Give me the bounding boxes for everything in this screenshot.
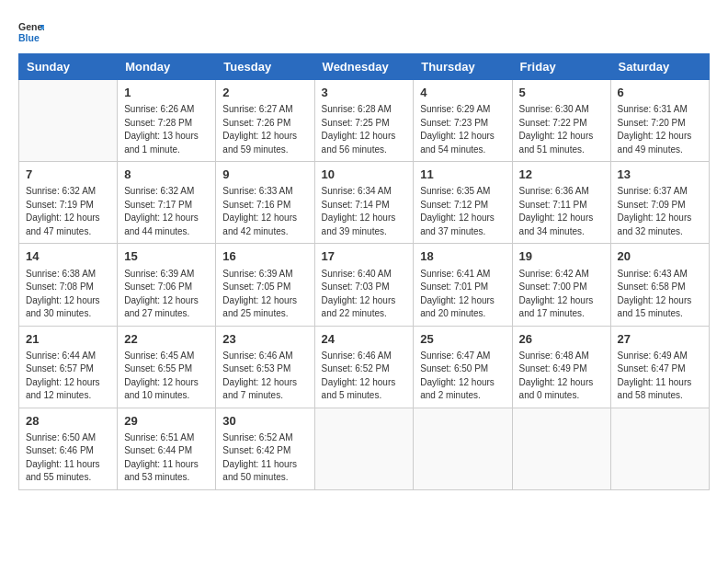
day-info: Sunrise: 6:29 AM Sunset: 7:23 PM Dayligh…	[420, 103, 505, 156]
calendar-day-cell: 25Sunrise: 6:47 AM Sunset: 6:50 PM Dayli…	[414, 326, 512, 408]
day-number: 6	[618, 85, 702, 101]
day-number: 2	[222, 85, 307, 101]
day-number: 26	[519, 331, 604, 348]
calendar-week-row: 14Sunrise: 6:38 AM Sunset: 7:08 PM Dayli…	[19, 244, 710, 326]
day-info: Sunrise: 6:32 AM Sunset: 7:17 PM Dayligh…	[124, 185, 209, 238]
calendar-week-row: 7Sunrise: 6:32 AM Sunset: 7:19 PM Daylig…	[19, 162, 710, 244]
day-number: 24	[322, 331, 407, 348]
calendar-day-cell: 3Sunrise: 6:28 AM Sunset: 7:25 PM Daylig…	[314, 80, 414, 162]
day-info: Sunrise: 6:49 AM Sunset: 6:47 PM Dayligh…	[618, 350, 702, 403]
day-info: Sunrise: 6:43 AM Sunset: 6:58 PM Dayligh…	[618, 268, 702, 321]
day-number: 3	[322, 85, 407, 101]
calendar-day-cell: 12Sunrise: 6:36 AM Sunset: 7:11 PM Dayli…	[512, 162, 610, 244]
calendar-week-row: 21Sunrise: 6:44 AM Sunset: 6:57 PM Dayli…	[19, 326, 710, 408]
calendar-day-cell	[314, 408, 414, 489]
day-number: 8	[124, 167, 209, 183]
calendar-day-cell: 21Sunrise: 6:44 AM Sunset: 6:57 PM Dayli…	[19, 326, 118, 408]
calendar-day-cell	[610, 408, 709, 489]
day-number: 9	[222, 167, 307, 183]
calendar-day-header: Thursday	[414, 54, 512, 80]
day-number: 10	[322, 167, 407, 183]
day-number: 1	[124, 85, 209, 101]
calendar-day-cell: 4Sunrise: 6:29 AM Sunset: 7:23 PM Daylig…	[414, 80, 512, 162]
calendar-day-cell: 9Sunrise: 6:33 AM Sunset: 7:16 PM Daylig…	[216, 162, 314, 244]
logo-icon: General Blue	[18, 18, 44, 44]
day-number: 4	[420, 85, 505, 101]
day-info: Sunrise: 6:26 AM Sunset: 7:28 PM Dayligh…	[124, 103, 209, 156]
day-info: Sunrise: 6:31 AM Sunset: 7:20 PM Dayligh…	[618, 103, 702, 156]
calendar-day-cell: 5Sunrise: 6:30 AM Sunset: 7:22 PM Daylig…	[512, 80, 610, 162]
svg-text:Blue: Blue	[18, 32, 40, 43]
day-number: 29	[124, 413, 209, 430]
calendar-day-cell: 29Sunrise: 6:51 AM Sunset: 6:44 PM Dayli…	[118, 408, 216, 489]
calendar-day-cell: 11Sunrise: 6:35 AM Sunset: 7:12 PM Dayli…	[414, 162, 512, 244]
day-info: Sunrise: 6:28 AM Sunset: 7:25 PM Dayligh…	[322, 103, 407, 156]
day-number: 25	[420, 331, 505, 348]
day-number: 23	[222, 331, 307, 348]
day-info: Sunrise: 6:51 AM Sunset: 6:44 PM Dayligh…	[124, 431, 209, 485]
calendar-day-header: Wednesday	[314, 54, 414, 80]
calendar-day-cell: 13Sunrise: 6:37 AM Sunset: 7:09 PM Dayli…	[610, 162, 709, 244]
day-info: Sunrise: 6:39 AM Sunset: 7:05 PM Dayligh…	[222, 268, 307, 321]
calendar-day-header: Monday	[118, 54, 216, 80]
day-info: Sunrise: 6:33 AM Sunset: 7:16 PM Dayligh…	[222, 185, 307, 238]
day-info: Sunrise: 6:39 AM Sunset: 7:06 PM Dayligh…	[124, 268, 209, 321]
day-info: Sunrise: 6:36 AM Sunset: 7:11 PM Dayligh…	[519, 185, 604, 238]
calendar-day-cell: 28Sunrise: 6:50 AM Sunset: 6:46 PM Dayli…	[19, 408, 118, 489]
day-number: 7	[26, 167, 110, 183]
day-number: 21	[26, 331, 110, 348]
calendar-week-row: 28Sunrise: 6:50 AM Sunset: 6:46 PM Dayli…	[19, 408, 710, 489]
page-header: General Blue	[18, 18, 710, 44]
day-info: Sunrise: 6:42 AM Sunset: 7:00 PM Dayligh…	[519, 268, 604, 321]
day-info: Sunrise: 6:52 AM Sunset: 6:42 PM Dayligh…	[222, 431, 307, 485]
calendar-day-cell	[19, 80, 118, 162]
day-info: Sunrise: 6:35 AM Sunset: 7:12 PM Dayligh…	[420, 185, 505, 238]
calendar-day-cell: 27Sunrise: 6:49 AM Sunset: 6:47 PM Dayli…	[610, 326, 709, 408]
day-info: Sunrise: 6:40 AM Sunset: 7:03 PM Dayligh…	[322, 268, 407, 321]
day-number: 12	[519, 167, 604, 183]
day-number: 13	[618, 167, 702, 183]
calendar-table: SundayMondayTuesdayWednesdayThursdayFrid…	[18, 53, 710, 490]
day-number: 27	[618, 331, 702, 348]
day-info: Sunrise: 6:34 AM Sunset: 7:14 PM Dayligh…	[322, 185, 407, 238]
day-number: 30	[222, 413, 307, 430]
day-number: 28	[26, 413, 110, 430]
calendar-day-cell: 6Sunrise: 6:31 AM Sunset: 7:20 PM Daylig…	[610, 80, 709, 162]
day-info: Sunrise: 6:41 AM Sunset: 7:01 PM Dayligh…	[420, 268, 505, 321]
calendar-day-header: Tuesday	[216, 54, 314, 80]
day-info: Sunrise: 6:30 AM Sunset: 7:22 PM Dayligh…	[519, 103, 604, 156]
calendar-day-cell: 10Sunrise: 6:34 AM Sunset: 7:14 PM Dayli…	[314, 162, 414, 244]
calendar-day-cell: 23Sunrise: 6:46 AM Sunset: 6:53 PM Dayli…	[216, 326, 314, 408]
calendar-day-cell: 22Sunrise: 6:45 AM Sunset: 6:55 PM Dayli…	[118, 326, 216, 408]
calendar-day-cell: 17Sunrise: 6:40 AM Sunset: 7:03 PM Dayli…	[314, 244, 414, 326]
calendar-day-cell: 26Sunrise: 6:48 AM Sunset: 6:49 PM Dayli…	[512, 326, 610, 408]
calendar-day-header: Saturday	[610, 54, 709, 80]
day-info: Sunrise: 6:48 AM Sunset: 6:49 PM Dayligh…	[519, 350, 604, 403]
day-info: Sunrise: 6:45 AM Sunset: 6:55 PM Dayligh…	[124, 350, 209, 403]
calendar-day-cell	[512, 408, 610, 489]
day-info: Sunrise: 6:50 AM Sunset: 6:46 PM Dayligh…	[26, 431, 110, 485]
day-info: Sunrise: 6:46 AM Sunset: 6:52 PM Dayligh…	[322, 350, 407, 403]
calendar-day-cell: 19Sunrise: 6:42 AM Sunset: 7:00 PM Dayli…	[512, 244, 610, 326]
day-info: Sunrise: 6:46 AM Sunset: 6:53 PM Dayligh…	[222, 350, 307, 403]
day-number: 15	[124, 248, 209, 265]
day-info: Sunrise: 6:37 AM Sunset: 7:09 PM Dayligh…	[618, 185, 702, 238]
svg-text:General: General	[18, 21, 44, 32]
day-number: 20	[618, 248, 702, 265]
calendar-day-cell: 8Sunrise: 6:32 AM Sunset: 7:17 PM Daylig…	[118, 162, 216, 244]
calendar-day-cell: 15Sunrise: 6:39 AM Sunset: 7:06 PM Dayli…	[118, 244, 216, 326]
day-info: Sunrise: 6:27 AM Sunset: 7:26 PM Dayligh…	[222, 103, 307, 156]
calendar-day-cell: 24Sunrise: 6:46 AM Sunset: 6:52 PM Dayli…	[314, 326, 414, 408]
calendar-day-cell: 30Sunrise: 6:52 AM Sunset: 6:42 PM Dayli…	[216, 408, 314, 489]
calendar-day-cell: 14Sunrise: 6:38 AM Sunset: 7:08 PM Dayli…	[19, 244, 118, 326]
calendar-day-cell: 16Sunrise: 6:39 AM Sunset: 7:05 PM Dayli…	[216, 244, 314, 326]
calendar-day-cell	[414, 408, 512, 489]
calendar-day-cell: 18Sunrise: 6:41 AM Sunset: 7:01 PM Dayli…	[414, 244, 512, 326]
day-number: 22	[124, 331, 209, 348]
day-info: Sunrise: 6:44 AM Sunset: 6:57 PM Dayligh…	[26, 350, 110, 403]
calendar-header-row: SundayMondayTuesdayWednesdayThursdayFrid…	[19, 54, 710, 80]
day-info: Sunrise: 6:38 AM Sunset: 7:08 PM Dayligh…	[26, 268, 110, 321]
day-info: Sunrise: 6:47 AM Sunset: 6:50 PM Dayligh…	[420, 350, 505, 403]
day-number: 11	[420, 167, 505, 183]
calendar-day-cell: 2Sunrise: 6:27 AM Sunset: 7:26 PM Daylig…	[216, 80, 314, 162]
